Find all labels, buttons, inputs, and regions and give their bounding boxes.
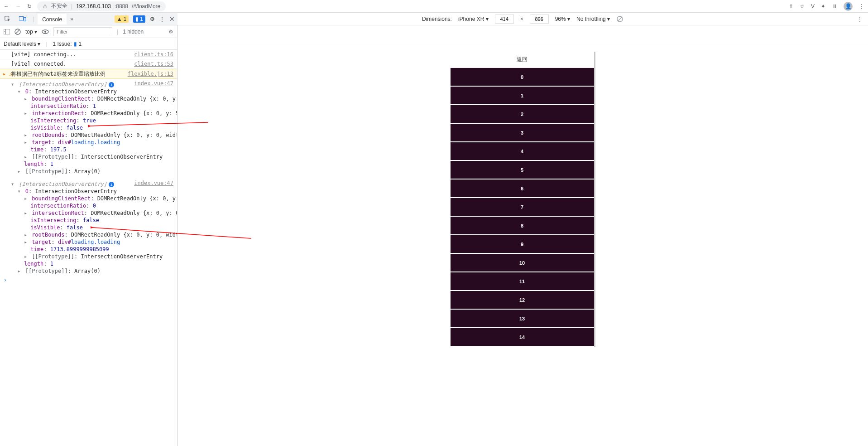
menu-icon[interactable]: ⋮ — [859, 3, 864, 10]
v-icon[interactable]: V — [811, 3, 815, 10]
back-icon[interactable]: ← — [4, 3, 9, 10]
pause-icon[interactable]: ⏸ — [832, 3, 837, 10]
browser-toolbar: ← → ↻ ⚠ 不安全 | 192.168.0.103:8888/#/loadM… — [0, 0, 868, 13]
extensions-icon[interactable]: ✦ — [821, 3, 825, 10]
reload-icon[interactable]: ↻ — [27, 3, 32, 10]
url-path: /#/loadMore — [132, 3, 160, 10]
url-port: :8888 — [115, 3, 128, 10]
forward-icon[interactable]: → — [15, 3, 21, 10]
insecure-icon: ⚠ — [43, 3, 48, 10]
url-host: 192.168.0.103 — [76, 3, 111, 10]
security-label: 不安全 — [51, 2, 67, 10]
address-bar[interactable]: ⚠ 不安全 | 192.168.0.103:8888/#/loadMore — [37, 1, 166, 11]
bookmark-icon[interactable]: ☆ — [800, 3, 805, 10]
share-icon[interactable]: ⇧ — [789, 3, 793, 10]
profile-avatar[interactable]: 👤 — [844, 2, 853, 11]
